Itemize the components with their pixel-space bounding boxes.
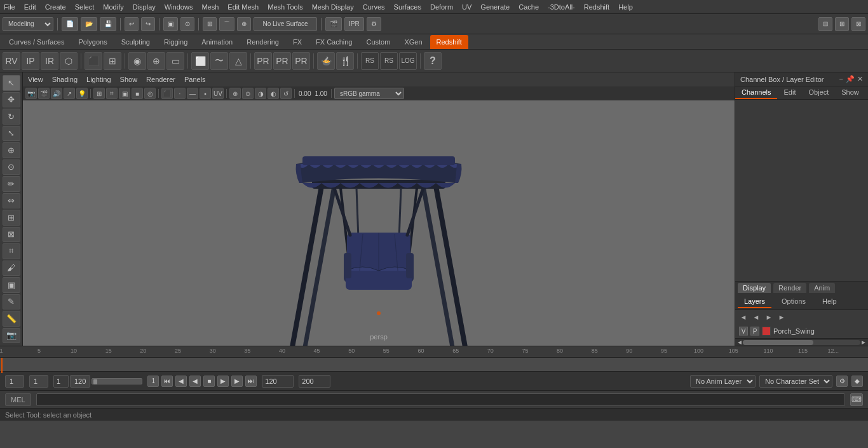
- ch-tab-edit[interactable]: Edit: [777, 86, 802, 99]
- anim-end-input[interactable]: [262, 375, 294, 388]
- layout-btn3[interactable]: ⊠: [851, 17, 865, 31]
- shelf-icon-pr1[interactable]: PR: [254, 52, 272, 70]
- sim-end-input[interactable]: [299, 375, 330, 388]
- char-set-selector[interactable]: No Character Set: [759, 375, 832, 388]
- ch-tab-object[interactable]: Object: [802, 86, 835, 99]
- scroll-left-btn[interactable]: ◄: [736, 339, 743, 346]
- shelf-icon-pr3[interactable]: PR: [292, 52, 310, 70]
- timeline[interactable]: [0, 357, 868, 371]
- gamma-selector[interactable]: sRGB gamma: [334, 88, 404, 99]
- live-surface-label[interactable]: No Live Surface: [254, 17, 317, 31]
- shelf-icon-ipr2[interactable]: IR: [41, 52, 58, 70]
- tab-fx[interactable]: FX: [287, 35, 308, 49]
- save-btn[interactable]: 💾: [100, 17, 116, 31]
- vp-icon-film[interactable]: 🎬: [38, 88, 50, 99]
- range-handle[interactable]: [93, 379, 97, 384]
- universal-manip-btn[interactable]: ⊕: [3, 142, 20, 158]
- layer-color-swatch[interactable]: [762, 327, 771, 336]
- tab-animation[interactable]: Animation: [195, 35, 239, 49]
- menu-windows[interactable]: Windows: [165, 3, 193, 11]
- grease-btn[interactable]: ✎: [3, 294, 20, 310]
- vp-menu-renderer[interactable]: Renderer: [146, 76, 175, 83]
- shelf-icon-bowl[interactable]: 🍲: [317, 52, 335, 70]
- vp-icon-shaded[interactable]: ■: [132, 88, 143, 99]
- shelf-icon-ipr[interactable]: IP: [22, 52, 39, 70]
- menu-display[interactable]: Display: [133, 3, 156, 11]
- shelf-icon-plane[interactable]: ▭: [166, 52, 184, 70]
- shelf-icon-food[interactable]: 🍴: [336, 52, 354, 70]
- render-settings-btn[interactable]: ⚙: [367, 17, 381, 31]
- vp-icon-motion[interactable]: ↺: [280, 88, 292, 99]
- shelf-icon-box[interactable]: ⬛: [85, 52, 102, 70]
- layer-tab-render[interactable]: Render: [773, 283, 806, 293]
- layout-btn1[interactable]: ⊟: [818, 17, 832, 31]
- go-end-btn[interactable]: ⏭: [245, 376, 257, 387]
- right-panel-scrollbar[interactable]: ◄ ►: [735, 338, 868, 346]
- menu-file[interactable]: File: [4, 3, 15, 11]
- menu-deform[interactable]: Deform: [430, 3, 453, 11]
- panel-pin-btn[interactable]: 📌: [846, 75, 855, 83]
- layer-icon-arrow-left2[interactable]: ◄: [750, 311, 762, 323]
- undo-btn[interactable]: ↩: [125, 17, 139, 31]
- menu-mesh[interactable]: Mesh: [201, 3, 219, 11]
- vp-icon-light[interactable]: 💡: [76, 88, 88, 99]
- scale-tool-btn[interactable]: ⤡: [3, 126, 20, 142]
- vp-menu-show[interactable]: Show: [120, 76, 138, 83]
- shelf-icon-material[interactable]: ⬡: [60, 52, 78, 70]
- tab-rigging[interactable]: Rigging: [158, 35, 194, 49]
- shelf-icon-log[interactable]: LOG: [399, 52, 417, 70]
- play-back-btn[interactable]: ◀: [189, 376, 201, 387]
- stop-btn[interactable]: ■: [203, 376, 215, 387]
- tab-polygons[interactable]: Polygons: [72, 35, 113, 49]
- anim-layer-selector[interactable]: No Anim Layer: [690, 375, 756, 388]
- snap-curve-btn[interactable]: ⌒: [219, 17, 234, 31]
- vp-icon-face[interactable]: ▪: [200, 88, 211, 99]
- char-settings-btn[interactable]: ⚙: [836, 376, 848, 387]
- menu-mesh-display[interactable]: Mesh Display: [312, 3, 354, 11]
- panel-minimize-btn[interactable]: −: [839, 75, 843, 83]
- shelf-icon-sphere[interactable]: ◉: [128, 52, 146, 70]
- ch-tab-channels[interactable]: Channels: [735, 86, 777, 99]
- layer-sub-tab-help[interactable]: Help: [816, 295, 843, 308]
- tab-curves-surfaces[interactable]: Curves / Surfaces: [3, 35, 71, 49]
- scroll-right-btn[interactable]: ►: [860, 339, 867, 346]
- paint-btn[interactable]: 🖌: [3, 261, 20, 276]
- pivot-btn[interactable]: ⊞: [3, 210, 20, 226]
- menu-curves[interactable]: Curves: [363, 3, 385, 11]
- menu-cache[interactable]: Cache: [519, 3, 539, 11]
- snap-grid-btn[interactable]: ⊞: [203, 17, 217, 31]
- vp-icon-ao[interactable]: ⊙: [242, 88, 254, 99]
- vp-menu-lighting[interactable]: Lighting: [86, 76, 111, 83]
- layer-tab-display[interactable]: Display: [738, 283, 771, 293]
- frame-field2[interactable]: 1: [29, 375, 48, 388]
- move-tool-btn[interactable]: ✥: [3, 92, 20, 108]
- menu-3dtoll[interactable]: -3DtoAll-: [548, 3, 575, 11]
- layer-name[interactable]: Porch_Swing: [773, 327, 864, 335]
- vp-icon-poly[interactable]: ▣: [119, 88, 130, 99]
- measure-btn[interactable]: 📏: [3, 311, 20, 327]
- tab-sculpting[interactable]: Sculpting: [115, 35, 156, 49]
- wireframe-btn[interactable]: ⌗: [3, 243, 20, 259]
- select-mode-btn[interactable]: ▣: [163, 17, 178, 31]
- scrollbar-thumb[interactable]: [743, 340, 813, 345]
- layer-icon-arrow-left[interactable]: ◄: [738, 311, 749, 323]
- vp-menu-shading[interactable]: Shading: [52, 76, 78, 83]
- snap-point-btn[interactable]: ⊕: [237, 17, 251, 31]
- menu-redshift[interactable]: Redshift: [584, 3, 609, 11]
- select-tool-btn[interactable]: ↖: [3, 75, 20, 91]
- layer-tab-anim[interactable]: Anim: [809, 283, 835, 293]
- workspace-selector[interactable]: Modeling: [3, 17, 53, 31]
- tab-rendering[interactable]: Rendering: [240, 35, 285, 49]
- open-btn[interactable]: 📂: [81, 17, 97, 31]
- snap-together-btn[interactable]: ⇔: [3, 193, 20, 209]
- current-frame-field[interactable]: 1: [5, 375, 24, 388]
- menu-uv[interactable]: UV: [462, 3, 471, 11]
- grid2-btn[interactable]: ⊠: [3, 227, 20, 243]
- playhead[interactable]: [1, 358, 3, 373]
- vp-icon-arrow[interactable]: ↗: [64, 88, 75, 99]
- menu-select[interactable]: Select: [75, 3, 95, 11]
- menu-modify[interactable]: Modify: [103, 3, 123, 11]
- layer-icon-arrow-right[interactable]: ►: [763, 311, 775, 323]
- tab-custom[interactable]: Custom: [360, 35, 397, 49]
- sculpt-btn[interactable]: ✏: [3, 176, 20, 192]
